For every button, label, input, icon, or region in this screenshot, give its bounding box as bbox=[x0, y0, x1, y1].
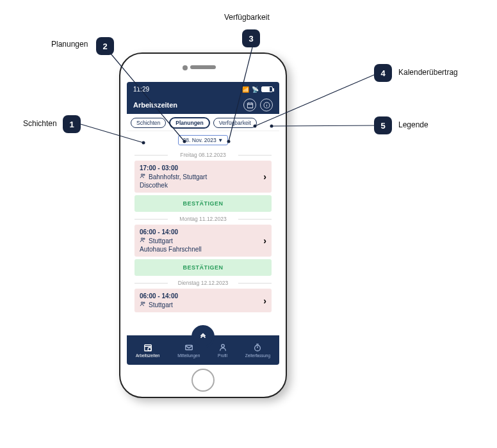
app-bar: Arbeitszeiten bbox=[127, 96, 279, 114]
status-bar: 11:29 bbox=[127, 82, 279, 96]
shift-location: Stuttgart bbox=[140, 301, 266, 308]
chevron-right-icon: › bbox=[263, 236, 266, 246]
status-time: 11:29 bbox=[133, 86, 149, 93]
svg-point-17 bbox=[221, 344, 224, 347]
shift-card[interactable]: 06:00 - 14:00 Stuttgart Autohaus Fahrsch… bbox=[134, 225, 272, 257]
confirm-button[interactable]: BESTÄTIGEN bbox=[134, 195, 272, 212]
callout-bubble-1: 1 bbox=[63, 115, 81, 133]
day-header: Freitag 08.12.2023 bbox=[127, 152, 279, 158]
svg-line-29 bbox=[272, 125, 379, 126]
shift-place: Autohaus Fahrschnell bbox=[140, 246, 266, 253]
callout-bubble-5: 5 bbox=[374, 116, 392, 134]
shift-card[interactable]: 06:00 - 14:00 Stuttgart › bbox=[134, 289, 272, 312]
svg-rect-16 bbox=[186, 345, 193, 349]
svg-point-15 bbox=[148, 348, 151, 351]
person-icon bbox=[140, 301, 146, 308]
person-icon bbox=[140, 173, 146, 180]
tab-arbeitszeiten[interactable]: Arbeitszeiten bbox=[136, 343, 160, 358]
bottom-tab-bar: Arbeitszeiten Mitteilungen Profil Zeiter… bbox=[127, 335, 279, 365]
info-icon bbox=[263, 102, 270, 109]
mail-icon bbox=[184, 343, 193, 352]
fab-button[interactable] bbox=[191, 325, 215, 348]
shift-time: 06:00 - 14:00 bbox=[140, 228, 266, 236]
stopwatch-icon bbox=[253, 343, 262, 352]
callout-bubble-3: 3 bbox=[242, 29, 260, 47]
date-picker-row: 28. Nov. 2023 ▼ bbox=[127, 131, 279, 148]
shift-location: Bahnhofstr, Stuttgart bbox=[140, 173, 266, 180]
chevron-right-icon: › bbox=[263, 172, 266, 182]
date-picker[interactable]: 28. Nov. 2023 ▼ bbox=[178, 135, 227, 145]
power-button bbox=[286, 131, 287, 154]
calendar-transfer-button[interactable] bbox=[243, 99, 256, 111]
signal-icon bbox=[242, 86, 249, 93]
page-title: Arbeitszeiten bbox=[133, 101, 177, 109]
volume-button bbox=[119, 147, 120, 162]
shift-place: Discothek bbox=[140, 182, 266, 189]
day-header: Montag 11.12.2023 bbox=[127, 216, 279, 222]
home-button[interactable] bbox=[191, 369, 215, 392]
chevron-up-icon bbox=[199, 332, 208, 341]
phone-frame: 11:29 Arbeitszeiten Schichten Planung bbox=[119, 52, 287, 398]
person-icon bbox=[140, 237, 146, 244]
svg-point-7 bbox=[141, 174, 143, 176]
calendar-icon bbox=[247, 102, 254, 109]
shift-location: Stuttgart bbox=[140, 237, 266, 244]
svg-rect-0 bbox=[247, 103, 252, 108]
clock-icon bbox=[143, 343, 152, 352]
screen: 11:29 Arbeitszeiten Schichten Planung bbox=[127, 82, 279, 365]
shift-time: 06:00 - 14:00 bbox=[140, 292, 266, 300]
tab-row: Schichten Planungen Verfügbarkeit bbox=[127, 114, 279, 131]
callout-bubble-2: 2 bbox=[96, 37, 114, 55]
shift-time: 17:00 - 03:00 bbox=[140, 164, 266, 172]
svg-point-8 bbox=[143, 174, 145, 175]
svg-point-10 bbox=[143, 238, 145, 239]
shift-list[interactable]: Freitag 08.12.2023 17:00 - 03:00 Bahnhof… bbox=[127, 148, 279, 335]
tab-planungen[interactable]: Planungen bbox=[170, 118, 209, 128]
tab-zeiterfassung[interactable]: Zeiterfassung bbox=[245, 343, 270, 358]
callout-label-4: Kalenderübertrag bbox=[398, 68, 458, 77]
callout-label-1: Schichten bbox=[23, 119, 57, 128]
battery-icon bbox=[261, 86, 273, 92]
legend-button[interactable] bbox=[260, 99, 273, 111]
svg-point-9 bbox=[141, 238, 143, 240]
svg-point-6 bbox=[266, 103, 267, 104]
callout-label-2: Planungen bbox=[51, 40, 88, 49]
callout-bubble-4: 4 bbox=[374, 64, 392, 82]
tab-schichten[interactable]: Schichten bbox=[131, 118, 166, 128]
callout-label-5: Legende bbox=[398, 120, 428, 129]
callout-label-3: Verfügbarkeit bbox=[224, 13, 270, 22]
volume-button bbox=[119, 166, 120, 181]
tab-verfuegbarkeit[interactable]: Verfügbarkeit bbox=[213, 118, 257, 128]
confirm-button[interactable]: BESTÄTIGEN bbox=[134, 259, 272, 276]
person-icon bbox=[218, 343, 227, 352]
svg-point-12 bbox=[143, 302, 145, 303]
shift-card[interactable]: 17:00 - 03:00 Bahnhofstr, Stuttgart Disc… bbox=[134, 161, 272, 193]
svg-point-11 bbox=[141, 302, 143, 304]
volume-button bbox=[119, 124, 120, 140]
status-icons bbox=[242, 86, 273, 93]
tab-profil[interactable]: Profil bbox=[218, 343, 227, 358]
wifi-icon bbox=[252, 86, 259, 93]
day-header: Dienstag 12.12.2023 bbox=[127, 280, 279, 286]
chevron-right-icon: › bbox=[263, 296, 266, 306]
